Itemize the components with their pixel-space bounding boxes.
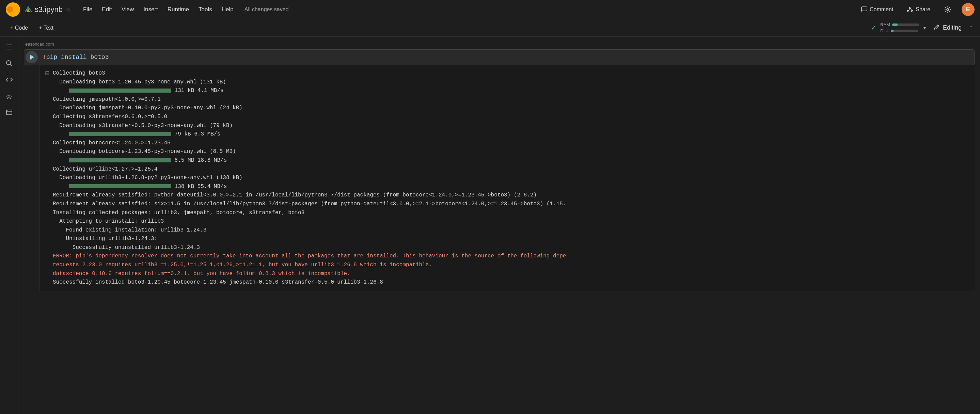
menu-file[interactable]: File: [79, 4, 96, 15]
drive-icon: [24, 6, 32, 13]
svg-rect-20: [6, 110, 12, 115]
sidebar-icon-variables[interactable]: {x}: [2, 89, 16, 103]
menu-view[interactable]: View: [118, 4, 138, 15]
comment-label: Comment: [870, 6, 893, 13]
colab-logo[interactable]: [5, 2, 21, 17]
svg-line-14: [937, 25, 938, 27]
cell-input[interactable]: !pip install boto3: [24, 49, 975, 65]
svg-point-2: [13, 6, 19, 13]
sidebar: {x}: [0, 37, 18, 414]
star-icon[interactable]: ☆: [65, 6, 71, 13]
toolbar: + Code + Text ✓ RAM Disk ▾: [0, 19, 980, 37]
pencil-icon: [933, 24, 940, 31]
output-actions: ⊟ Collecting boto3 Downloading boto3-1.2…: [45, 69, 969, 287]
sidebar-icon-search[interactable]: [2, 57, 16, 70]
svg-marker-22: [30, 55, 34, 60]
svg-line-11: [908, 8, 910, 11]
comment-icon: [861, 6, 868, 13]
settings-button[interactable]: [940, 4, 955, 15]
add-text-button[interactable]: + Text: [35, 23, 57, 33]
expand-icon[interactable]: ⌃: [969, 25, 973, 31]
notebook-title: s3.ipynb: [35, 5, 63, 14]
svg-line-12: [910, 8, 912, 11]
menu-tools[interactable]: Tools: [194, 4, 216, 15]
sidebar-icon-menu[interactable]: [2, 40, 16, 54]
top-bar: s3.ipynb ☆ File Edit View Insert Runtime…: [0, 0, 980, 19]
disk-label: Disk: [880, 28, 889, 33]
svg-point-13: [947, 8, 949, 11]
menu-insert[interactable]: Insert: [139, 4, 162, 15]
share-button[interactable]: Share: [904, 4, 934, 15]
svg-point-8: [910, 7, 911, 8]
user-avatar[interactable]: E: [962, 3, 975, 16]
code-keyword-pip: !: [43, 54, 46, 61]
menu-edit[interactable]: Edit: [98, 4, 116, 15]
top-bar-right: Comment Share E: [858, 3, 975, 16]
code-arg-boto3: boto3: [90, 54, 109, 61]
editing-button[interactable]: Editing: [930, 22, 965, 33]
output-collapse-icon[interactable]: ⊟: [45, 70, 49, 76]
ram-disk-indicator[interactable]: RAM Disk: [880, 22, 920, 33]
sidebar-icon-code[interactable]: [2, 73, 16, 86]
svg-point-9: [907, 10, 909, 12]
toolbar-right: ✓ RAM Disk ▾ Editing: [871, 22, 973, 33]
connected-checkmark: ✓: [871, 24, 876, 32]
ram-progress-bar: [892, 24, 920, 26]
code-cell: !pip install boto3 ⊟ Collecting boto3 Do…: [24, 49, 975, 291]
share-label: Share: [916, 6, 930, 13]
share-icon: [907, 6, 913, 13]
svg-line-19: [10, 64, 12, 66]
settings-icon: [944, 6, 951, 13]
ram-label: RAM: [880, 22, 890, 27]
comment-button[interactable]: Comment: [858, 4, 897, 15]
sidebar-icon-files[interactable]: [2, 105, 16, 119]
disk-progress-bar: [891, 30, 918, 32]
svg-point-18: [6, 61, 11, 65]
cell-code-content[interactable]: !pip install boto3: [39, 50, 974, 65]
svg-point-1: [7, 6, 13, 13]
run-circle[interactable]: [25, 51, 38, 63]
content-area: easoncao.com !pip install boto3: [18, 37, 980, 414]
menu-runtime[interactable]: Runtime: [164, 4, 193, 15]
run-button[interactable]: [24, 50, 39, 65]
add-code-button[interactable]: + Code: [7, 23, 31, 33]
svg-rect-6: [862, 7, 867, 11]
resource-dropdown-icon[interactable]: ▾: [923, 25, 926, 31]
cell-output: ⊟ Collecting boto3 Downloading boto3-1.2…: [39, 65, 975, 291]
menu-help[interactable]: Help: [218, 4, 238, 15]
menu-bar: File Edit View Insert Runtime Tools Help…: [79, 4, 289, 15]
main-layout: {x} easoncao.com: [0, 37, 980, 414]
save-status: All changes saved: [245, 6, 289, 13]
editing-label: Editing: [943, 24, 962, 31]
code-command-pip: pip install: [46, 54, 91, 61]
output-text: Collecting boto3 Downloading boto3-1.20.…: [53, 69, 566, 287]
svg-point-10: [912, 10, 913, 12]
user-label: easoncao.com: [18, 40, 980, 48]
